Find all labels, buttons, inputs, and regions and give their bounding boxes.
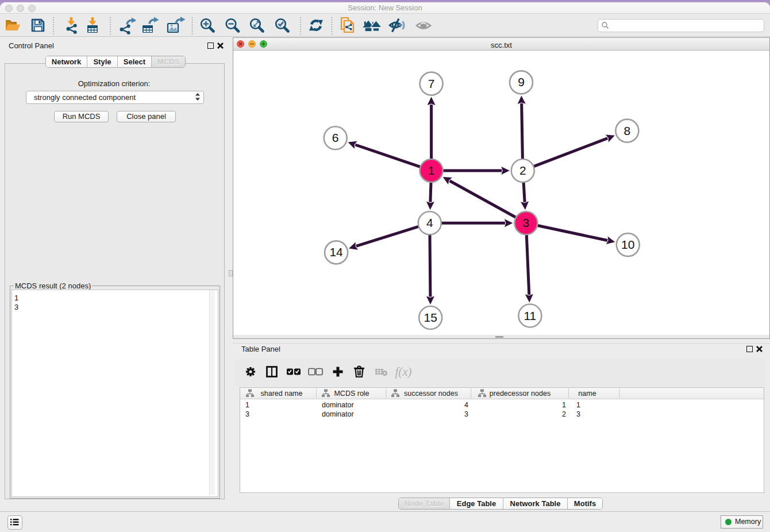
svg-text:successor nodes: successor nodes bbox=[404, 390, 458, 398]
svg-text:f(x): f(x) bbox=[395, 365, 411, 379]
svg-text:2: 2 bbox=[519, 164, 526, 177]
svg-text:MCDS role: MCDS role bbox=[334, 390, 369, 398]
svg-text:15: 15 bbox=[424, 311, 437, 324]
svg-text:predecessor nodes: predecessor nodes bbox=[490, 390, 550, 398]
svg-text:11: 11 bbox=[523, 309, 536, 322]
svg-text:6: 6 bbox=[332, 131, 339, 144]
svg-text:7: 7 bbox=[428, 77, 435, 90]
svg-text:14: 14 bbox=[329, 245, 343, 259]
svg-text:8: 8 bbox=[624, 124, 631, 137]
svg-text:shared name: shared name bbox=[261, 390, 303, 398]
svg-text:1: 1 bbox=[428, 164, 435, 177]
svg-text:name: name bbox=[578, 390, 596, 398]
svg-text:9: 9 bbox=[518, 75, 525, 88]
svg-text:10: 10 bbox=[621, 238, 634, 251]
svg-text:3: 3 bbox=[523, 216, 530, 229]
svg-text:4: 4 bbox=[426, 216, 433, 229]
